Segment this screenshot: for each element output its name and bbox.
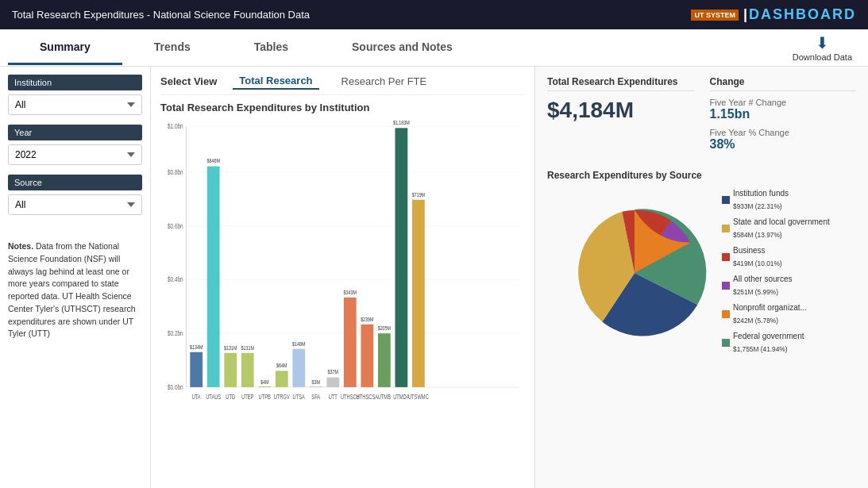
- svg-rect-34: [310, 386, 322, 387]
- pie-legend-color: [722, 339, 730, 347]
- year-select[interactable]: 2022: [8, 144, 142, 165]
- view-selector: Select View Total Research Research Per …: [160, 73, 525, 95]
- svg-rect-37: [326, 378, 339, 387]
- source-label: Source: [8, 175, 142, 190]
- svg-text:$37M: $37M: [328, 369, 338, 375]
- tab-summary[interactable]: Summary: [8, 31, 122, 65]
- source-select[interactable]: All: [8, 194, 142, 215]
- five-year-pct-item: Five Year % Change 38%: [710, 128, 857, 152]
- sidebar: Institution All Year 2022 Source All Not…: [0, 67, 151, 488]
- svg-rect-13: [190, 352, 203, 387]
- svg-text:$0.6bn: $0.6bn: [168, 222, 183, 230]
- pie-legend-color: [722, 253, 730, 261]
- pie-legend-color: [722, 282, 730, 290]
- total-expenditures-label: Total Research Expenditures: [547, 76, 694, 91]
- svg-text:UTRGV: UTRGV: [274, 394, 290, 401]
- svg-rect-52: [412, 200, 425, 387]
- notes-text: Data from the National Science Foundatio…: [8, 241, 136, 338]
- svg-rect-28: [276, 371, 288, 387]
- svg-text:$1.0bn: $1.0bn: [168, 122, 183, 130]
- stats-row: Total Research Expenditures $4,184M Chan…: [547, 76, 856, 158]
- svg-text:$131M: $131M: [241, 344, 254, 351]
- main-content: Institution All Year 2022 Source All Not…: [0, 67, 868, 488]
- change-section: Change Five Year # Change 1.15bn Five Ye…: [710, 76, 857, 158]
- svg-rect-40: [344, 298, 357, 387]
- select-view-label: Select View: [160, 75, 217, 87]
- top-bar: Total Research Expenditures - National S…: [0, 0, 868, 29]
- pie-legend-color: [722, 196, 730, 204]
- download-icon: ⬇: [816, 33, 829, 52]
- svg-text:$0.8bn: $0.8bn: [168, 168, 183, 176]
- right-panel: Total Research Expenditures $4,184M Chan…: [534, 67, 868, 488]
- tab-trends[interactable]: Trends: [122, 31, 222, 65]
- ut-badge: UT SYSTEM: [691, 10, 739, 21]
- svg-text:UTAUS: UTAUS: [206, 394, 221, 401]
- svg-text:UTEP: UTEP: [241, 394, 254, 401]
- svg-text:$239M: $239M: [361, 316, 373, 322]
- five-year-num-label: Five Year # Change: [710, 98, 857, 107]
- bar-chart-area: $0.0bn $0.2bn $0.4bn $0.6bn $0.8bn $1.0b…: [160, 118, 525, 420]
- svg-text:UTA: UTA: [192, 394, 201, 401]
- svg-text:$131M: $131M: [224, 344, 237, 351]
- svg-text:$343M: $343M: [344, 289, 357, 295]
- svg-rect-49: [395, 128, 407, 387]
- dashboard-logo: UT SYSTEM |DASHBOARD: [691, 6, 856, 23]
- svg-text:$134M: $134M: [190, 344, 203, 350]
- svg-rect-43: [361, 325, 373, 387]
- notes-box: Notes. Data from the National Science Fo…: [8, 240, 142, 340]
- pie-legend-item: Business$419M (10.01%): [722, 244, 830, 270]
- download-label: Download Data: [793, 52, 852, 62]
- center-panel: Select View Total Research Research Per …: [151, 67, 534, 488]
- pie-legend-label: State and local government$584M (13.97%): [733, 216, 830, 241]
- svg-text:UTD: UTD: [226, 394, 235, 401]
- svg-text:SFA: SFA: [311, 394, 320, 401]
- pie-legend-color: [722, 310, 730, 318]
- pie-legend-label: Institution funds$933M (22.31%): [733, 187, 789, 213]
- page-title: Total Research Expenditures - National S…: [12, 9, 310, 21]
- svg-text:$0.0bn: $0.0bn: [168, 383, 183, 391]
- change-label: Change: [710, 76, 857, 91]
- bar-chart-title: Total Research Expenditures by Instituti…: [160, 102, 525, 113]
- tab-sources-and-notes[interactable]: Sources and Notes: [320, 31, 484, 65]
- svg-text:$1,183M: $1,183M: [393, 119, 410, 125]
- institution-select[interactable]: All: [8, 94, 142, 115]
- pie-legend-item: Institution funds$933M (22.31%): [722, 187, 830, 213]
- five-year-num-item: Five Year # Change 1.15bn: [710, 98, 857, 121]
- pie-legend-item: Federal government$1,755M (41.94%): [722, 330, 830, 355]
- pie-container: Institution funds$933M (22.31%) State an…: [547, 187, 856, 359]
- svg-text:$64M: $64M: [276, 362, 287, 368]
- pie-section: Research Expenditures by Source: [547, 170, 856, 359]
- svg-rect-19: [224, 353, 237, 387]
- svg-text:$719M: $719M: [412, 191, 425, 198]
- svg-rect-22: [241, 353, 254, 387]
- svg-text:$3M: $3M: [312, 378, 320, 385]
- five-year-pct-label: Five Year % Change: [710, 128, 857, 137]
- svg-text:UTSA: UTSA: [293, 394, 306, 401]
- pie-legend-label: Business$419M (10.01%): [733, 244, 782, 270]
- year-label: Year: [8, 125, 142, 140]
- svg-text:$0.4bn: $0.4bn: [168, 275, 183, 283]
- svg-rect-25: [258, 386, 271, 387]
- svg-text:UTHSCSA: UTHSCSA: [357, 394, 379, 401]
- svg-text:$846M: $846M: [206, 158, 219, 164]
- five-year-pct-value: 38%: [710, 137, 857, 152]
- svg-text:UTPB: UTPB: [259, 394, 272, 401]
- total-expenditures-value: $4,184M: [547, 98, 694, 123]
- svg-rect-16: [207, 167, 220, 387]
- download-button[interactable]: ⬇ Download Data: [785, 29, 860, 66]
- svg-text:UTSWMC: UTSWMC: [408, 394, 429, 401]
- pie-legend-item: All other sources$251M (5.99%): [722, 273, 830, 298]
- svg-text:$0.2bn: $0.2bn: [168, 329, 183, 337]
- svg-text:$205M: $205M: [378, 325, 391, 331]
- svg-text:UTMDA: UTMDA: [393, 394, 410, 401]
- pie-legend-color: [722, 225, 730, 232]
- view-option-research-per-fte[interactable]: Research Per FTE: [335, 74, 434, 89]
- view-option-total-research[interactable]: Total Research: [233, 73, 318, 90]
- notes-bold: Notes.: [8, 241, 33, 251]
- pie-labels: Institution funds$933M (22.31%) State an…: [722, 187, 830, 359]
- svg-text:$148M: $148M: [292, 340, 305, 347]
- nav-tabs: Summary Trends Tables Sources and Notes …: [0, 29, 868, 67]
- pie-legend-item: State and local government$584M (13.97%): [722, 216, 830, 241]
- pie-legend-label: Nonprofit organizat...$242M (5.78%): [733, 302, 807, 327]
- tab-tables[interactable]: Tables: [222, 31, 320, 65]
